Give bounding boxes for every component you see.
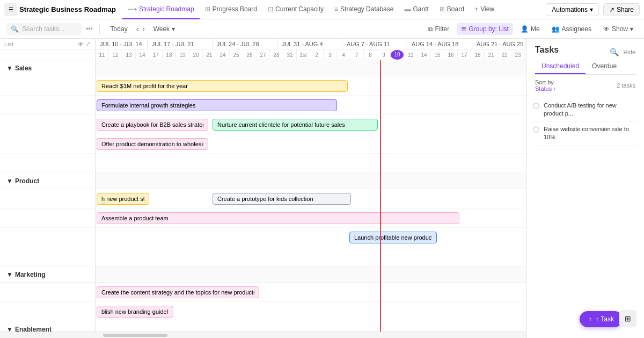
gantt-area: List 👁 ⤢ JUL 10 - JUL 14 JUL 17 - JUL 21…	[0, 39, 526, 338]
tasks-list: Conduct A/B testing for new product p...…	[526, 96, 644, 338]
task-radio-0[interactable]	[533, 103, 539, 109]
search-input[interactable]: 🔍 Search tasks...	[6, 23, 82, 35]
tab-current-capacity[interactable]: ⊡ Current Capacity	[262, 0, 329, 19]
task-label-branding	[0, 302, 95, 321]
strategic-roadmap-icon: ⟿	[128, 5, 137, 13]
horizontal-scrollbar[interactable]	[0, 332, 526, 338]
sort-status-button[interactable]: Status ↑	[535, 85, 556, 92]
group-label-enablement[interactable]: ▼ Enablement	[0, 321, 95, 332]
bar-nurture[interactable]: Nurture current clientele for potential …	[213, 119, 378, 131]
share-button[interactable]: ↗ Share	[603, 3, 640, 16]
gantt-row-content[interactable]: Create the content strategy and the topi…	[96, 283, 526, 302]
week-aug14: AUG 14 - AUG 18	[407, 39, 472, 49]
group-label-sales[interactable]: ▼ Sales	[0, 60, 95, 76]
gantt-row-new-product[interactable]: h new product strate... Create a prototy…	[96, 189, 526, 208]
grid-view-button[interactable]: ⊞	[619, 310, 636, 327]
week-jul24: JUL 24 - JUL 28	[213, 39, 277, 49]
eye-icon[interactable]: 👁	[78, 41, 84, 47]
tasks-sort-row: Sort by Status ↑ 2 tasks	[526, 75, 644, 96]
gantt-row-assemble[interactable]: Assemble a product team	[96, 208, 526, 228]
date-day-cells: 11 12 13 14 17 18 19 20 21 24 25 26 27 2…	[96, 49, 526, 60]
tab-board[interactable]: ⊞ Board	[434, 0, 470, 19]
tab-overdue[interactable]: Overdue	[586, 59, 623, 74]
tasks-count: 2 tasks	[617, 82, 635, 89]
group-label-marketing[interactable]: ▼ Marketing	[0, 267, 95, 283]
task-item-1[interactable]: Raise website conversion rate to 10%	[533, 122, 638, 146]
group-label-product[interactable]: ▼ Product	[0, 173, 95, 189]
tasks-search-icon[interactable]: 🔍	[610, 48, 619, 56]
collapse-icon-product: ▼	[6, 177, 13, 185]
tasks-panel: Tasks 🔍 Hide Unscheduled Overdue Sort by	[526, 39, 644, 338]
task-label-offer	[0, 154, 95, 173]
day-12: 12	[109, 49, 122, 60]
gantt-row-sales-empty	[96, 154, 526, 173]
group-icon: ≣	[461, 25, 466, 33]
scroll-thumb[interactable]	[103, 334, 167, 337]
week-chevron-icon: ▾	[172, 25, 175, 33]
plus-icon: +	[588, 315, 592, 323]
tab-progress-board[interactable]: ⊞ Progress Board	[200, 0, 262, 19]
nav-right-icon[interactable]: ›	[143, 25, 145, 33]
bar-formulate[interactable]: Formulate internal growth strategies	[97, 99, 337, 111]
bar-new-product[interactable]: h new product strate...	[97, 193, 149, 205]
week-button[interactable]: Week ▾	[149, 23, 179, 35]
bar-assemble[interactable]: Assemble a product team	[97, 212, 459, 224]
gantt-row-reach-1m[interactable]: Reach $1M net profit for the year	[96, 76, 526, 96]
today-button[interactable]: Today	[106, 23, 132, 35]
gantt-row-offer[interactable]: Offer product demonstration to wholesale…	[96, 134, 526, 154]
tab-strategy-database[interactable]: ≡ Strategy Database	[329, 0, 399, 19]
task-radio-1[interactable]	[533, 126, 539, 133]
task-label-content-strategy	[0, 283, 95, 302]
filter-button[interactable]: ⧉ Filter	[424, 23, 454, 35]
me-button[interactable]: 👤 Me	[516, 23, 544, 35]
assignees-button[interactable]: 👥 Assignees	[547, 23, 596, 35]
assignees-icon: 👥	[552, 25, 560, 33]
expand-icon[interactable]: ⤢	[86, 40, 91, 47]
day-21b: 21	[485, 49, 498, 60]
bar-prototype[interactable]: Create a prototype for kids collection	[213, 193, 351, 205]
tasks-hide-button[interactable]: Hide	[623, 49, 635, 55]
tab-strategic-roadmap[interactable]: ⟿ Strategic Roadmap	[122, 0, 200, 19]
ellipsis-icon[interactable]: •••	[86, 25, 93, 33]
week-aug7: AUG 7 - AUG 11	[342, 39, 407, 49]
sort-arrow-icon: ↑	[553, 85, 556, 92]
group-by-button[interactable]: ≣ Group by: List	[457, 23, 513, 35]
bar-launch[interactable]: Launch profitable new products wi...	[349, 232, 437, 243]
task-item-0[interactable]: Conduct A/B testing for new product p...	[533, 98, 638, 122]
gantt-row-playbook[interactable]: Create a playbook for B2B sales strategy…	[96, 115, 526, 134]
bar-branding[interactable]: blish new branding guidelines f...	[97, 306, 173, 318]
gantt-chart: Reach $1M net profit for the year Formul…	[96, 60, 526, 332]
search-icon: 🔍	[11, 25, 19, 33]
bar-playbook[interactable]: Create a playbook for B2B sales strategy	[97, 119, 208, 131]
tab-add-view[interactable]: + View	[470, 0, 500, 19]
task-label-nurture	[0, 134, 95, 154]
current-capacity-icon: ⊡	[268, 5, 273, 13]
gantt-row-branding[interactable]: blish new branding guidelines f...	[96, 302, 526, 321]
date-header-days: 11 12 13 14 17 18 19 20 21 24 25 26 27 2…	[0, 49, 526, 60]
gantt-row-formulate[interactable]: Formulate internal growth strategies	[96, 96, 526, 115]
sort-label-group: Sort by Status ↑	[535, 79, 556, 92]
day-26: 26	[243, 49, 257, 60]
bar-offer[interactable]: Offer product demonstration to wholesale…	[97, 138, 208, 150]
tasks-panel-header: Tasks 🔍 Hide Unscheduled Overdue	[526, 39, 644, 75]
app-icon: ☰	[4, 3, 17, 16]
list-column-spacer	[0, 49, 96, 60]
nav-left-icon[interactable]: ‹	[136, 25, 138, 33]
gantt-row-launch[interactable]: Launch profitable new products wi...	[96, 228, 526, 247]
bar-content[interactable]: Create the content strategy and the topi…	[97, 286, 259, 298]
task-text-0: Conduct A/B testing for new product p...	[544, 102, 638, 118]
me-person-icon: 👤	[521, 25, 529, 33]
day-3: 3	[324, 49, 337, 60]
tab-gantt[interactable]: ▬ Gantt	[399, 0, 434, 19]
day-8: 8	[364, 49, 377, 60]
bar-reach-1m[interactable]: Reach $1M net profit for the year	[97, 80, 348, 92]
automations-button[interactable]: Automations ▾	[546, 3, 599, 16]
task-label-reach-1m	[0, 76, 95, 96]
tab-unscheduled[interactable]: Unscheduled	[535, 59, 586, 74]
day-11: 11	[96, 49, 109, 60]
add-task-button[interactable]: + + Task	[580, 311, 623, 327]
row-labels: ▼ Sales ▼ Product ▼	[0, 60, 96, 332]
share-icon: ↗	[609, 6, 614, 13]
tasks-title: Tasks	[535, 45, 559, 55]
show-button[interactable]: 👁 Show ▾	[599, 23, 638, 35]
